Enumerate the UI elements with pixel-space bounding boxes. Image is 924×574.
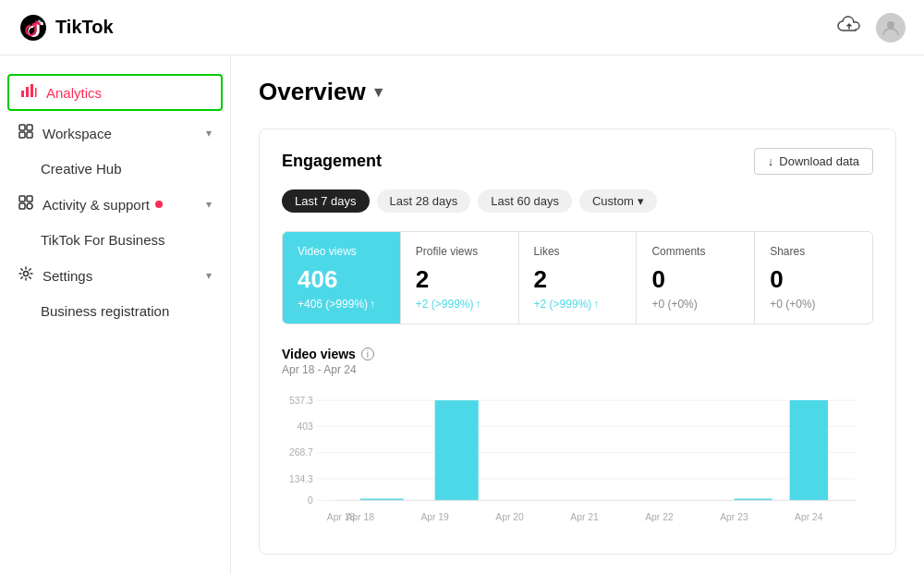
svg-rect-6 bbox=[27, 125, 32, 130]
header-left: TikTok bbox=[18, 13, 114, 43]
svg-rect-1 bbox=[21, 91, 24, 97]
svg-point-0 bbox=[887, 21, 894, 29]
page-title-text: Overview bbox=[259, 78, 366, 106]
metric-shares-value: 0 bbox=[770, 265, 857, 294]
metric-comments-change: +0 (+0%) bbox=[651, 298, 739, 311]
download-icon: ↓ bbox=[768, 154, 774, 168]
activity-chevron-icon: ▾ bbox=[206, 198, 212, 211]
svg-point-13 bbox=[24, 272, 29, 276]
download-data-button[interactable]: ↓ Download data bbox=[754, 148, 873, 175]
metric-video-views-label: Video views bbox=[298, 245, 385, 258]
engagement-header: Engagement ↓ Download data bbox=[282, 148, 873, 175]
workspace-chevron-icon: ▾ bbox=[206, 127, 212, 140]
video-views-arrow-icon: ↑ bbox=[370, 298, 375, 311]
svg-text:Apr 24: Apr 24 bbox=[795, 512, 823, 522]
main-content: Overview ▼ Engagement ↓ Download data La… bbox=[231, 55, 924, 574]
filter-last-60-days[interactable]: Last 60 days bbox=[478, 189, 572, 213]
metric-shares-label: Shares bbox=[770, 245, 857, 258]
analytics-icon bbox=[20, 83, 37, 102]
bar-apr24-correct bbox=[790, 400, 828, 500]
svg-text:Apr 22: Apr 22 bbox=[645, 512, 674, 522]
sidebar-item-analytics[interactable]: Analytics bbox=[7, 74, 223, 111]
sidebar-item-activity-label: Activity & support bbox=[43, 197, 150, 213]
svg-text:Apr 18: Apr 18 bbox=[346, 512, 374, 522]
tiktok-for-business-label: TikTok For Business bbox=[41, 232, 164, 248]
chart-section: Video views i Apr 18 - Apr 24 537.3 403 … bbox=[282, 347, 873, 535]
custom-chevron-icon: ▾ bbox=[638, 194, 644, 208]
tiktok-brand-icon bbox=[18, 13, 48, 43]
svg-rect-11 bbox=[19, 203, 25, 209]
settings-icon bbox=[18, 266, 33, 285]
sidebar-item-workspace-label: Workspace bbox=[43, 126, 112, 141]
filter-last-7-days[interactable]: Last 7 days bbox=[282, 189, 370, 213]
metric-profile-views-value: 2 bbox=[416, 265, 504, 294]
time-filters: Last 7 days Last 28 days Last 60 days Cu… bbox=[282, 189, 873, 213]
workspace-icon bbox=[18, 124, 33, 142]
svg-rect-2 bbox=[26, 87, 29, 97]
profile-views-arrow-icon: ↑ bbox=[476, 298, 481, 311]
custom-label: Custom bbox=[592, 194, 634, 208]
filter-last-28-days[interactable]: Last 28 days bbox=[377, 189, 471, 213]
filter-custom[interactable]: Custom ▾ bbox=[579, 189, 657, 213]
svg-text:268.7: 268.7 bbox=[289, 447, 313, 458]
video-views-chart: 537.3 403 268.7 134.3 0 bbox=[282, 387, 873, 535]
svg-rect-9 bbox=[19, 196, 25, 202]
metric-likes-label: Likes bbox=[534, 245, 622, 258]
svg-rect-8 bbox=[27, 132, 32, 138]
user-avatar[interactable] bbox=[876, 13, 906, 43]
bar-apr24 bbox=[435, 400, 479, 500]
svg-rect-3 bbox=[30, 84, 33, 97]
sidebar-item-workspace[interactable]: Workspace ▾ bbox=[0, 115, 230, 152]
metric-video-views-value: 406 bbox=[298, 265, 385, 294]
chart-subtitle: Apr 18 - Apr 24 bbox=[282, 363, 873, 376]
metric-shares-change: +0 (+0%) bbox=[770, 298, 857, 311]
page-title: Overview ▼ bbox=[259, 78, 896, 106]
svg-rect-7 bbox=[19, 132, 25, 138]
business-registration-label: Business registration bbox=[41, 303, 169, 319]
activity-notification-dot bbox=[155, 201, 163, 208]
sidebar-item-business-registration[interactable]: Business registration bbox=[0, 294, 230, 328]
engagement-title: Engagement bbox=[282, 152, 382, 171]
metric-video-views: Video views 406 +406 (>999%) ↑ bbox=[283, 232, 401, 324]
download-label: Download data bbox=[779, 154, 859, 168]
metric-comments-label: Comments bbox=[651, 245, 739, 258]
metric-likes-change: +2 (>999%) ↑ bbox=[534, 298, 622, 311]
svg-rect-10 bbox=[27, 196, 32, 202]
chart-info-icon[interactable]: i bbox=[361, 348, 374, 360]
upload-cloud-icon[interactable] bbox=[837, 16, 861, 40]
svg-text:Apr 23: Apr 23 bbox=[720, 512, 748, 522]
svg-point-12 bbox=[27, 203, 32, 209]
page-title-chevron-icon[interactable]: ▼ bbox=[371, 84, 386, 101]
likes-arrow-icon: ↑ bbox=[593, 298, 599, 311]
activity-icon bbox=[18, 195, 33, 214]
svg-text:Apr 20: Apr 20 bbox=[495, 512, 524, 522]
sidebar-item-settings[interactable]: Settings ▾ bbox=[0, 257, 230, 294]
svg-text:134.3: 134.3 bbox=[289, 474, 313, 484]
metric-profile-views-label: Profile views bbox=[416, 245, 504, 258]
metric-comments-value: 0 bbox=[651, 265, 739, 294]
svg-text:403: 403 bbox=[298, 421, 314, 432]
metric-profile-views: Profile views 2 +2 (>999%) ↑ bbox=[401, 232, 519, 324]
tiktok-logo[interactable]: TikTok bbox=[18, 13, 114, 43]
sidebar-item-settings-label: Settings bbox=[43, 268, 92, 284]
sidebar-item-creative-hub[interactable]: Creative Hub bbox=[0, 152, 230, 186]
metric-likes-value: 2 bbox=[534, 265, 622, 294]
chart-title: Video views bbox=[282, 347, 356, 361]
sidebar-item-tiktok-for-business[interactable]: TikTok For Business bbox=[0, 223, 230, 257]
settings-chevron-icon: ▾ bbox=[206, 269, 212, 282]
metric-comments: Comments 0 +0 (+0%) bbox=[637, 232, 755, 324]
chart-title-row: Video views i bbox=[282, 347, 873, 361]
svg-rect-4 bbox=[35, 88, 37, 97]
engagement-card: Engagement ↓ Download data Last 7 days L… bbox=[259, 128, 896, 555]
brand-name: TikTok bbox=[55, 17, 114, 38]
metric-likes: Likes 2 +2 (>999%) ↑ bbox=[519, 232, 638, 324]
main-layout: Analytics Workspace ▾ Creative Hub bbox=[0, 55, 924, 574]
metric-shares: Shares 0 +0 (+0%) bbox=[755, 232, 872, 324]
svg-rect-5 bbox=[19, 125, 25, 130]
metrics-row: Video views 406 +406 (>999%) ↑ Profile v… bbox=[282, 231, 873, 324]
metric-profile-views-change: +2 (>999%) ↑ bbox=[416, 298, 504, 311]
header: TikTok bbox=[0, 0, 924, 55]
sidebar-item-activity-support[interactable]: Activity & support ▾ bbox=[0, 186, 230, 223]
metric-video-views-change: +406 (>999%) ↑ bbox=[298, 298, 385, 311]
sidebar: Analytics Workspace ▾ Creative Hub bbox=[0, 55, 231, 574]
